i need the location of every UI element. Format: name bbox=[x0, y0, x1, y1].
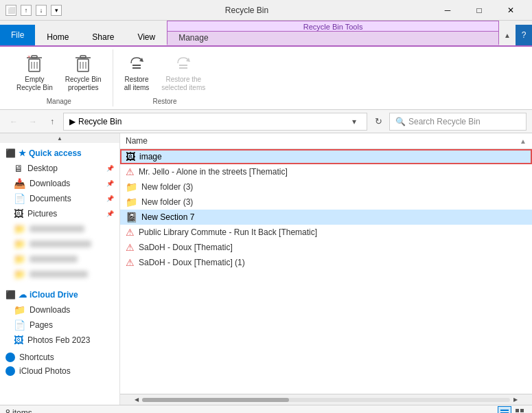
sidebar-item-blurred2[interactable]: 📁 bbox=[0, 236, 119, 252]
restore-all-icon bbox=[126, 52, 148, 74]
recycle-bin-properties-button[interactable]: Recycle Binproperties bbox=[60, 49, 107, 95]
tab-view[interactable]: View bbox=[126, 27, 167, 45]
maximize-button[interactable]: □ bbox=[463, 0, 495, 21]
address-dropdown-arrow[interactable]: ▾ bbox=[347, 117, 361, 126]
item-count: 8 items bbox=[5, 408, 32, 414]
file-list: 🖼 image ⚠ Mr. Jello - Alone in the stree… bbox=[120, 149, 532, 394]
tab-file[interactable]: File bbox=[0, 25, 35, 45]
tab-home[interactable]: Home bbox=[35, 27, 80, 45]
sadoh-doux-1-name: SaDoH - Doux [Thematic] (1) bbox=[139, 258, 245, 267]
manage-tab-container: Recycle Bin Tools Manage bbox=[167, 21, 499, 45]
tab-manage[interactable]: Manage bbox=[167, 31, 499, 45]
sidebar-item-icloud-downloads[interactable]: 📁 Downloads bbox=[0, 302, 119, 317]
minimize-button[interactable]: ─ bbox=[432, 0, 463, 21]
column-name[interactable]: Name bbox=[126, 136, 517, 146]
window-controls: ─ □ ✕ bbox=[432, 0, 527, 21]
help-button[interactable]: ? bbox=[516, 25, 532, 45]
down-icon[interactable]: ↓ bbox=[36, 5, 47, 16]
window-title: Recycle Bin bbox=[62, 5, 432, 15]
new-folder-2-name: New folder (3) bbox=[141, 197, 193, 207]
sidebar-item-blurred3[interactable]: 📁 bbox=[0, 252, 119, 267]
address-path[interactable]: ▶ Recycle Bin ▾ bbox=[63, 113, 367, 131]
public-library-name: Public Library Commute - Run It Back [Th… bbox=[139, 227, 317, 237]
file-item-new-folder-2[interactable]: 📁 New folder (3) bbox=[120, 194, 532, 210]
shortcuts-label: Shortcuts bbox=[19, 353, 54, 362]
scroll-track[interactable] bbox=[142, 398, 510, 402]
restore-selected-icon bbox=[172, 52, 194, 74]
new-folder-1-icon: 📁 bbox=[126, 181, 137, 192]
new-section-icon: 📓 bbox=[126, 212, 137, 223]
file-item-new-folder-1[interactable]: 📁 New folder (3) bbox=[120, 179, 532, 194]
status-bar: 8 items bbox=[0, 405, 532, 413]
file-item-new-section[interactable]: 📓 New Section 7 bbox=[120, 210, 532, 225]
icloud-drive-section: ⬛ ☁ iCloud Drive 📁 Downloads 📄 Pages 🖼 P… bbox=[0, 284, 119, 350]
manage-tab-label: Recycle Bin Tools bbox=[167, 21, 499, 31]
more-icon[interactable]: ▾ bbox=[51, 5, 62, 16]
restore-all-label: Restoreall items bbox=[124, 76, 150, 92]
sidebar-item-documents[interactable]: 📄 Documents 📌 bbox=[0, 191, 119, 206]
image-icon: 🖼 bbox=[126, 151, 135, 162]
refresh-button[interactable]: ↻ bbox=[370, 113, 386, 130]
mr-jello-icon: ⚠ bbox=[126, 166, 135, 177]
sidebar-item-pictures[interactable]: 🖼 Pictures 📌 bbox=[0, 206, 119, 221]
sidebar-item-blurred4[interactable]: 📁 bbox=[0, 267, 119, 282]
svg-rect-14 bbox=[132, 65, 141, 66]
pictures-icon: 🖼 bbox=[14, 208, 23, 219]
quick-access-section: ⬛ ★ Quick access 🖥 Desktop 📌 📥 Downloads… bbox=[0, 143, 119, 284]
svg-rect-2 bbox=[32, 56, 37, 58]
restore-selected-label: Restore theselected items bbox=[161, 76, 205, 92]
search-box[interactable]: 🔍 Search Recycle Bin bbox=[389, 113, 527, 131]
scroll-left-button[interactable]: ◀ bbox=[131, 394, 142, 405]
scroll-right-button[interactable]: ▶ bbox=[510, 394, 521, 405]
new-section-name: New Section 7 bbox=[141, 212, 194, 222]
manage-buttons: × EmptyRecycle Bin Recycle Binpr bbox=[11, 49, 107, 95]
file-item-sadoh-doux[interactable]: ⚠ SaDoH - Doux [Thematic] bbox=[120, 240, 532, 255]
empty-recycle-icon: × bbox=[23, 52, 45, 74]
file-item-image[interactable]: 🖼 image bbox=[120, 149, 532, 164]
restore-all-items-button[interactable]: Restoreall items bbox=[119, 49, 155, 95]
pictures-label: Pictures bbox=[27, 209, 57, 219]
file-list-header[interactable]: Name ▲ bbox=[120, 133, 532, 149]
new-folder-1-name: New folder (3) bbox=[141, 182, 193, 192]
sidebar-item-icloud-photos[interactable]: 🖼 Photos Feb 2023 bbox=[0, 333, 119, 348]
sidebar-item-icloud-photos-root[interactable]: iCloud Photos bbox=[0, 364, 119, 378]
tab-share[interactable]: Share bbox=[80, 27, 126, 45]
public-library-icon: ⚠ bbox=[126, 227, 135, 238]
empty-recycle-bin-button[interactable]: × EmptyRecycle Bin bbox=[11, 49, 58, 95]
up-icon[interactable]: ↑ bbox=[21, 5, 32, 16]
file-item-mr-jello[interactable]: ⚠ Mr. Jello - Alone in the streets [Them… bbox=[120, 164, 532, 179]
file-item-public-library[interactable]: ⚠ Public Library Commute - Run It Back [… bbox=[120, 225, 532, 240]
downloads-icon: 📥 bbox=[14, 178, 25, 189]
icloud-photos-folder-icon: 🖼 bbox=[14, 335, 23, 346]
blurred4-label bbox=[30, 271, 88, 278]
desktop-icon: 🖥 bbox=[14, 163, 23, 174]
icloud-drive-expand-icon: ⬛ bbox=[5, 290, 16, 300]
icloud-drive-header[interactable]: ⬛ ☁ iCloud Drive bbox=[0, 287, 119, 302]
documents-icon: 📄 bbox=[14, 193, 25, 204]
scroll-thumb[interactable] bbox=[142, 398, 289, 402]
sidebar-item-desktop[interactable]: 🖥 Desktop 📌 bbox=[0, 161, 119, 176]
sidebar-item-icloud-pages[interactable]: 📄 Pages bbox=[0, 317, 119, 333]
ribbon-collapse-btn[interactable]: ▲ bbox=[499, 25, 516, 45]
sidebar-scroll-up[interactable]: ▲ bbox=[0, 133, 119, 143]
large-icons-view-button[interactable] bbox=[513, 406, 527, 414]
icloud-dl-icon: 📁 bbox=[14, 304, 25, 315]
up-button[interactable]: ↑ bbox=[44, 113, 60, 130]
details-view-button[interactable] bbox=[498, 406, 511, 414]
close-button[interactable]: ✕ bbox=[495, 0, 527, 21]
quick-access-icon[interactable]: ⬜ bbox=[5, 5, 16, 16]
svg-rect-17 bbox=[179, 65, 187, 66]
restore-selected-button[interactable]: Restore theselected items bbox=[156, 49, 211, 95]
sidebar-item-downloads[interactable]: 📥 Downloads 📌 bbox=[0, 176, 119, 191]
sidebar-item-shortcuts[interactable]: Shortcuts bbox=[0, 350, 119, 364]
sadoh-doux-1-icon: ⚠ bbox=[126, 257, 135, 268]
file-item-sadoh-doux-1[interactable]: ⚠ SaDoH - Doux [Thematic] (1) bbox=[120, 255, 532, 270]
documents-label: Documents bbox=[30, 194, 71, 203]
forward-button[interactable]: → bbox=[25, 113, 41, 130]
pages-icon: 📄 bbox=[14, 320, 25, 331]
back-button[interactable]: ← bbox=[5, 113, 22, 130]
quick-access-header[interactable]: ⬛ ★ Quick access bbox=[0, 146, 119, 161]
pin-icon: 📌 bbox=[106, 165, 114, 172]
sadoh-doux-name: SaDoH - Doux [Thematic] bbox=[139, 243, 233, 252]
sidebar-item-blurred1[interactable]: 📁 bbox=[0, 221, 119, 236]
